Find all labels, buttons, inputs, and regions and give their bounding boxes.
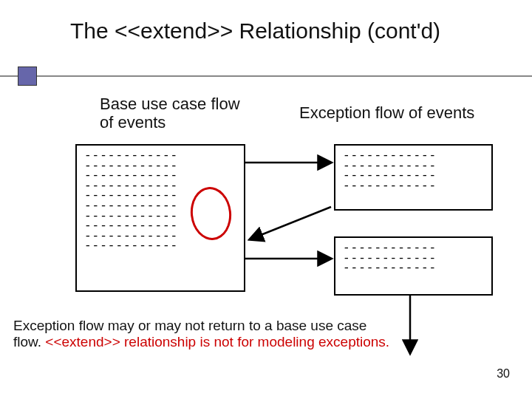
label-base-flow: Base use case flow of events [100, 95, 240, 132]
box-exception-bottom: ------------ ------------ ------------ [334, 236, 493, 296]
slide-title: The <<extend>> Relationship (cont'd) [70, 18, 484, 44]
box-exception-top: ------------ ------------ ------------ -… [334, 144, 493, 211]
accent-square [18, 66, 37, 86]
svg-line-1 [250, 207, 331, 239]
title-underline [0, 75, 532, 77]
caption-red: <<extend>> relationship is not for model… [45, 334, 389, 349]
caption-text: Exception flow may or may not return to … [13, 318, 390, 351]
label-exception-flow: Exception flow of events [299, 103, 474, 123]
page-number: 30 [497, 367, 510, 381]
box-base-flow: ------------ ------------ ------------ -… [75, 144, 245, 292]
